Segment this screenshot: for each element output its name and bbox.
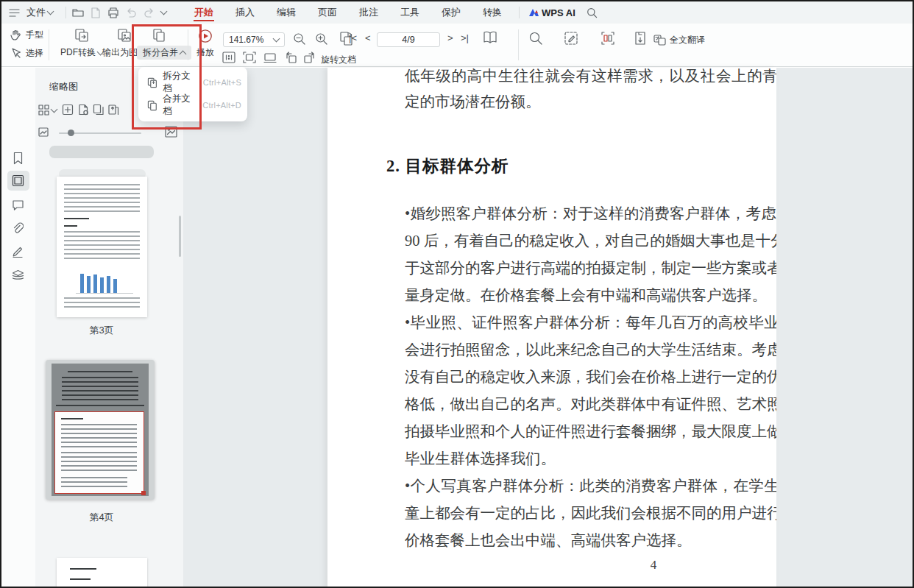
search-icon[interactable] (587, 7, 598, 18)
select-tool-button[interactable]: 选择 (10, 47, 43, 60)
tab-insert[interactable]: 插入 (232, 1, 258, 24)
hamburger-menu-icon[interactable] (9, 8, 20, 18)
layers-panel-button[interactable] (12, 269, 24, 282)
undo-icon[interactable] (126, 8, 137, 18)
actual-size-button[interactable] (222, 52, 235, 63)
menu-item-merge-document[interactable]: 合并文档 Ctrl+Alt+D (147, 97, 241, 113)
full-translate-label: 全文翻译 (670, 34, 705, 46)
thumbnail-small-icon (38, 127, 49, 137)
thumbnail-page2-partial[interactable] (49, 146, 154, 158)
page-indicator-input[interactable]: 4/9 (377, 32, 440, 47)
rotate-left-button[interactable] (284, 52, 297, 64)
signature-panel-button[interactable] (12, 246, 24, 258)
previous-page-button[interactable]: < (365, 33, 371, 43)
doc-line: 会进行拍照留念，以此来纪念自己的大学生活结束。考虑到此类客户群体还 (405, 336, 776, 364)
tab-edit[interactable]: 编辑 (273, 1, 300, 24)
zoom-out-button[interactable] (293, 32, 306, 46)
pdf-convert-button[interactable]: PDF转换 (60, 28, 103, 59)
zoom-level-value: 141.67% (229, 35, 263, 45)
split-merge-label: 拆分合并 (143, 46, 178, 59)
thumbnail-layout-button[interactable] (38, 105, 57, 116)
doc-line: 毕业生群体选择我们。 (405, 445, 776, 472)
menubar: 文件 开始 插入 编辑 页面 批注 工具 保护 转换 (1, 1, 913, 24)
sidebar-scrollbar[interactable] (179, 216, 181, 257)
thumbnail-viewport-indicator[interactable] (54, 411, 144, 494)
doc-heading: 2. 目标群体分析 (386, 155, 509, 177)
merge-document-icon (147, 100, 157, 111)
screenshot-compare-icon[interactable] (601, 31, 615, 46)
doc-line: 量身定做。在价格套餐上会有中端和高端供客户选择。 (405, 282, 776, 309)
edit-content-icon[interactable] (564, 31, 578, 46)
play-icon (198, 29, 213, 43)
viewport-resize-handle[interactable] (141, 491, 146, 495)
page-indicator-value: 4/9 (402, 35, 414, 45)
hand-icon (10, 29, 21, 40)
open-folder-icon[interactable] (72, 7, 84, 18)
doc-line: 定的市场潜在份额。 (405, 88, 776, 116)
last-page-button[interactable]: >| (461, 33, 469, 43)
paste-page-button[interactable] (107, 104, 119, 116)
read-mode-icon[interactable] (482, 30, 498, 45)
rotate-document-label[interactable]: 旋转文档 (321, 54, 356, 66)
hand-tool-button[interactable]: 手型 (10, 29, 43, 41)
menu-item-shortcut: Ctrl+Alt+D (202, 101, 241, 110)
print-icon[interactable] (107, 7, 119, 18)
thumbnail-large-icon (165, 126, 177, 138)
select-tool-label: 选择 (26, 47, 43, 60)
redo-icon[interactable] (144, 8, 155, 18)
copy-page-button[interactable] (93, 104, 104, 116)
hand-tool-label: 手型 (26, 29, 43, 41)
thumbnail-page4-selected[interactable] (46, 360, 155, 500)
tab-annotate[interactable]: 批注 (355, 1, 382, 24)
comments-panel-button[interactable] (12, 199, 24, 211)
full-translate-button[interactable]: 全文翻译 (653, 34, 705, 46)
menu-item-label: 合并文档 (163, 93, 197, 118)
toolbar: 手型 选择 PDF转换 输出为图片 (1, 24, 913, 67)
page-number: 4 (405, 558, 776, 573)
fit-width-button[interactable] (263, 52, 277, 63)
fit-page-button[interactable] (243, 52, 256, 63)
delete-page-button[interactable] (78, 104, 89, 116)
doc-line: •婚纱照客户群体分析：对于这样的消费客户群体，考虑到大部分都是 80、 (405, 200, 776, 227)
tab-tools[interactable]: 工具 (397, 1, 423, 24)
grid-layout-icon (38, 105, 49, 116)
doc-line: 90 后，有着自己的稳定收入，对自己的婚姻大事也是十分看重，因此我们对 (405, 227, 776, 255)
zoom-in-button[interactable] (315, 32, 328, 46)
doc-line: 价格套餐上也会出中端、高端供客户选择。 (405, 527, 776, 554)
split-merge-icon (152, 28, 166, 43)
zoom-level-select[interactable]: 141.67% (223, 32, 285, 47)
compress-icon[interactable] (633, 31, 648, 46)
chevron-up-icon (180, 50, 187, 57)
first-page-button[interactable]: |< (349, 33, 357, 43)
bookmarks-panel-button[interactable] (12, 152, 24, 165)
rotate-right-button[interactable] (303, 52, 316, 64)
thumbnail-sidebar: 缩略图 (35, 68, 184, 587)
play-button[interactable]: 播放 (191, 29, 219, 59)
tab-convert[interactable]: 转换 (479, 1, 506, 24)
wps-ai-button[interactable]: WPS AI (528, 7, 575, 18)
split-merge-dropdown: 拆分文档 Ctrl+Alt+S 合并文档 Ctrl+Alt+D (138, 67, 247, 121)
cursor-icon (10, 48, 21, 59)
tab-protect[interactable]: 保护 (438, 1, 464, 24)
split-merge-button[interactable]: 拆分合并 (137, 28, 181, 60)
pdf-page: 低年级的高中生往往就会有这样需求，以及社会上的青年人群，都占据着 定的市场潜在份… (327, 68, 776, 588)
doc-line: 于这部分的客户进行高端的拍摄定制，制定一些方案或者按客户的意愿进行 (405, 255, 776, 282)
thumbnail-page3[interactable] (57, 177, 147, 317)
thumbnail-page5-partial[interactable] (57, 558, 147, 588)
tab-page[interactable]: 页面 (314, 1, 341, 24)
thumbnails-panel-button[interactable] (12, 174, 24, 187)
find-replace-icon[interactable] (528, 31, 543, 46)
thumbnail-page3-label: 第3页 (50, 324, 153, 337)
next-page-button[interactable]: > (447, 33, 453, 43)
save-file-icon[interactable] (91, 7, 101, 18)
menu-item-label: 拆分文档 (163, 70, 198, 95)
chevron-down-icon (273, 35, 280, 43)
more-commands-chevron-icon[interactable] (161, 11, 166, 14)
pdf-convert-icon (74, 28, 89, 43)
thumbnail-size-slider-handle[interactable] (68, 130, 74, 136)
attachments-panel-button[interactable] (12, 222, 24, 235)
tab-home[interactable]: 开始 (191, 1, 217, 24)
menu-item-split-document[interactable]: 拆分文档 Ctrl+Alt+S (147, 74, 241, 91)
file-menu[interactable]: 文件 (26, 6, 53, 19)
insert-page-button[interactable] (62, 104, 74, 116)
